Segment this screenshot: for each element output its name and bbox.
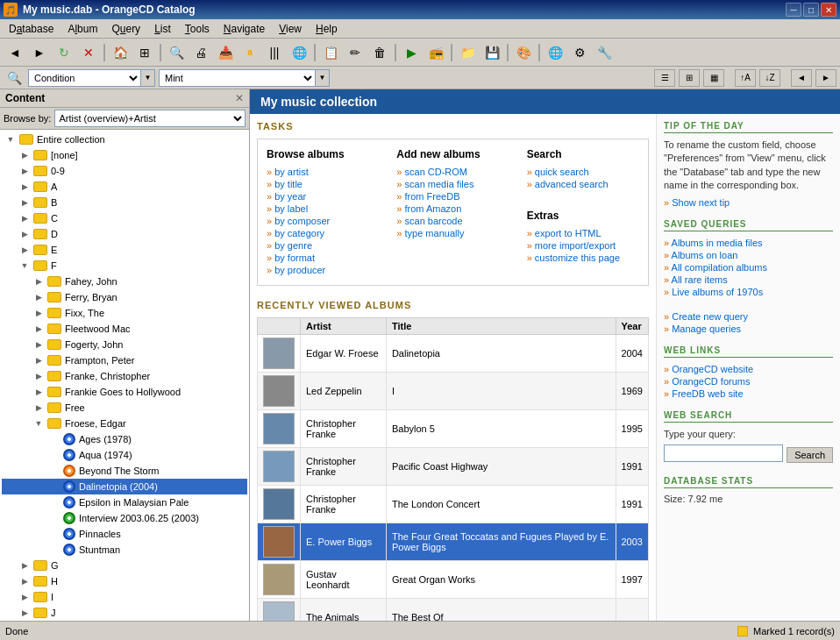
play-button[interactable]: ▶ [400, 42, 423, 63]
tree-item-fogerty[interactable]: ▶ Fogerty, John [2, 337, 247, 352]
tree-item-i[interactable]: ▶ I [2, 589, 247, 605]
prev-page-btn[interactable]: ◄ [791, 69, 812, 87]
tree-container[interactable]: ▼ Entire collection ▶ [none] ▶ 0-9 ▶ A [0, 130, 249, 621]
menu-database[interactable]: Database [4, 21, 59, 37]
show-next-tip[interactable]: Show next tip [664, 197, 730, 208]
tree-item-fahey[interactable]: ▶ Fahey, John [2, 274, 247, 289]
tree-item-dalinetopia[interactable]: Dalinetopia (2004) [2, 479, 247, 494]
mint-dropdown-arrow[interactable]: ▼ [315, 70, 329, 86]
close-button[interactable]: ✕ [821, 3, 836, 17]
tree-toggle-fleetwood[interactable]: ▶ [32, 322, 46, 336]
saved-query-compilation[interactable]: All compilation albums [664, 261, 833, 274]
tree-toggle-d[interactable]: ▶ [18, 227, 32, 241]
tree-toggle-g[interactable]: ▶ [18, 558, 32, 572]
tree-toggle-fahey[interactable]: ▶ [32, 274, 46, 288]
import-button[interactable]: 📥 [214, 42, 237, 63]
globe-button[interactable]: 🌐 [288, 42, 310, 63]
tree-item-h[interactable]: ▶ H [2, 573, 247, 589]
tree-item-frampton[interactable]: ▶ Frampton, Peter [2, 352, 247, 368]
web-search-input[interactable] [664, 444, 783, 462]
tree-item-pinnacles[interactable]: Pinnacles [2, 526, 247, 542]
tree-item-d[interactable]: ▶ D [2, 226, 247, 242]
tree-item-stuntman[interactable]: Stuntman [2, 542, 247, 558]
menu-query[interactable]: Query [106, 21, 146, 37]
tree-toggle-h[interactable]: ▶ [18, 574, 32, 588]
tree-item-ages[interactable]: Ages (1978) [2, 431, 247, 447]
table-row[interactable]: The Animals The Best Of [258, 599, 649, 622]
export-html-button[interactable]: 🌐 [544, 42, 566, 63]
amazon-button[interactable]: a [238, 42, 261, 63]
browse-by-genre[interactable]: by genre [267, 239, 379, 252]
tree-toggle-none[interactable]: ▶ [18, 148, 32, 162]
edit-button[interactable]: ✏ [344, 42, 367, 63]
tree-item-b[interactable]: ▶ B [2, 195, 247, 210]
tree-toggle-a[interactable]: ▶ [18, 180, 32, 194]
menu-tools[interactable]: Tools [180, 21, 215, 37]
tree-item-fixx[interactable]: ▶ Fixx, The [2, 305, 247, 321]
tree-toggle-i[interactable]: ▶ [18, 590, 32, 604]
add-scan-cdrom[interactable]: scan CD-ROM [396, 166, 509, 178]
condition-select[interactable]: Condition [29, 70, 140, 86]
tree-item-free[interactable]: ▶ Free [2, 400, 247, 416]
tree-item-09[interactable]: ▶ 0-9 [2, 163, 247, 179]
view-list-btn[interactable]: ☰ [654, 69, 675, 87]
menu-view[interactable]: View [274, 21, 307, 37]
sort-asc-btn[interactable]: ↑A [735, 69, 756, 87]
tree-toggle-09[interactable]: ▶ [18, 164, 32, 178]
menu-list[interactable]: List [149, 21, 176, 37]
tree-item-froese[interactable]: ▼ Froese, Edgar [2, 416, 247, 431]
sort-desc-btn[interactable]: ↓Z [759, 69, 780, 87]
tree-toggle-j[interactable]: ▶ [18, 606, 32, 620]
saved-query-media[interactable]: Albums in media files [664, 237, 833, 249]
tree-item-interview[interactable]: Interview 2003.06.25 (2003) [2, 510, 247, 526]
tree-item-e[interactable]: ▶ E [2, 242, 247, 258]
search-button[interactable]: 🔍 [165, 42, 188, 63]
add-button[interactable]: 📋 [319, 42, 342, 63]
tree-root[interactable]: ▼ Entire collection [2, 132, 247, 147]
print-button[interactable]: 🖨 [189, 42, 212, 63]
create-new-query[interactable]: Create new query [664, 310, 833, 323]
color-button[interactable]: 🎨 [512, 42, 535, 63]
link-forums[interactable]: OrangeCD forums [664, 375, 833, 388]
forward-button[interactable]: ► [28, 42, 51, 63]
menu-navigate[interactable]: Navigate [218, 21, 270, 37]
content-close[interactable]: ✕ [235, 92, 244, 104]
table-row[interactable]: Christopher Franke Pacific Coast Highway… [258, 448, 649, 486]
tree-toggle-root[interactable]: ▼ [4, 132, 18, 146]
table-row[interactable]: Gustav Leonhardt Great Organ Works 1997 [258, 561, 649, 599]
search-icon-button[interactable]: 🔍 [4, 68, 25, 88]
export-html-link[interactable]: export to HTML [527, 227, 639, 239]
add-from-amazon[interactable]: from Amazon [396, 203, 509, 215]
browse-by-format[interactable]: by format [267, 252, 379, 264]
tree-item-aqua[interactable]: Aqua (1974) [2, 447, 247, 463]
tree-toggle-frampton[interactable]: ▶ [32, 353, 46, 367]
tree-toggle-free[interactable]: ▶ [32, 401, 46, 415]
link-freedb[interactable]: FreeDB web site [664, 388, 833, 400]
folder-button[interactable]: 📁 [456, 42, 479, 63]
browse-by-select[interactable]: Artist (overview)+Artist [54, 110, 246, 127]
config-button[interactable]: ⚙ [568, 42, 591, 63]
saved-query-rare[interactable]: All rare items [664, 274, 833, 286]
maximize-button[interactable]: □ [803, 3, 819, 17]
table-row[interactable]: Led Zeppelin I 1969 [258, 373, 649, 410]
table-row[interactable]: E. Power Biggs The Four Great Toccatas a… [258, 523, 649, 561]
browse-by-label[interactable]: by label [267, 203, 379, 215]
add-from-freedb[interactable]: from FreeDB [396, 190, 509, 203]
tree-item-f[interactable]: ▼ F [2, 258, 247, 274]
add-type-manually[interactable]: type manually [396, 227, 509, 239]
barcode-button[interactable]: ||| [263, 42, 286, 63]
manage-queries[interactable]: Manage queries [664, 323, 833, 335]
tree-item-frankie[interactable]: ▶ Frankie Goes to Hollywood [2, 384, 247, 400]
more-import-link[interactable]: more import/export [527, 239, 639, 252]
browse-by-year[interactable]: by year [267, 190, 379, 203]
tree-toggle-franke[interactable]: ▶ [32, 369, 46, 383]
grid-button[interactable]: ⊞ [133, 42, 156, 63]
playlist-button[interactable]: 📻 [424, 42, 447, 63]
next-page-btn[interactable]: ► [815, 69, 836, 87]
browse-by-composer[interactable]: by composer [267, 215, 379, 227]
tree-item-j[interactable]: ▶ J [2, 605, 247, 621]
mint-select[interactable]: Mint [160, 70, 315, 86]
customize-link[interactable]: customize this page [527, 252, 639, 264]
table-row[interactable]: Christopher Franke The London Concert 19… [258, 486, 649, 523]
condition-dropdown-arrow[interactable]: ▼ [140, 70, 154, 86]
